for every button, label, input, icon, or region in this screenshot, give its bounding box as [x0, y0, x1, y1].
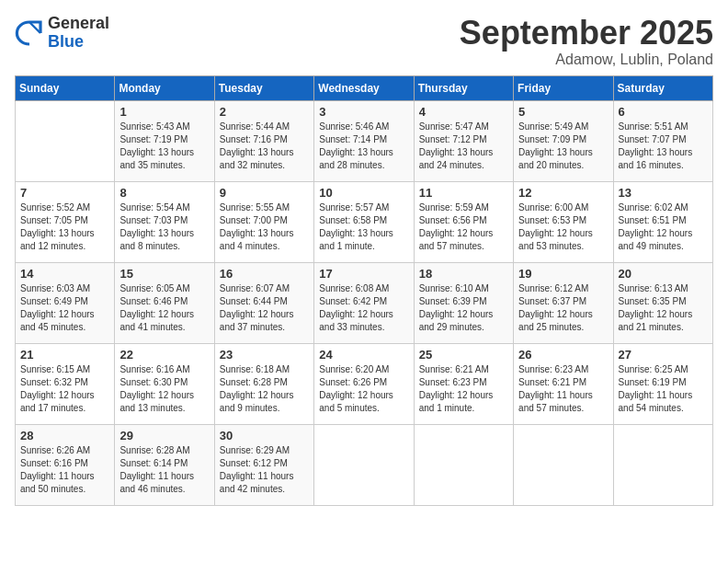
calendar-cell: 25Sunrise: 6:21 AMSunset: 6:23 PMDayligh…	[414, 343, 513, 424]
calendar-cell: 28Sunrise: 6:26 AMSunset: 6:16 PMDayligh…	[16, 424, 115, 505]
header-day-monday: Monday	[115, 75, 214, 100]
calendar-cell	[16, 100, 115, 181]
day-info: Sunrise: 6:07 AMSunset: 6:44 PMDaylight:…	[220, 282, 309, 334]
calendar-cell: 14Sunrise: 6:03 AMSunset: 6:49 PMDayligh…	[16, 262, 115, 343]
calendar-week-5: 28Sunrise: 6:26 AMSunset: 6:16 PMDayligh…	[16, 424, 713, 505]
day-number: 21	[20, 348, 109, 362]
day-number: 23	[220, 348, 309, 362]
day-number: 16	[220, 267, 309, 281]
day-info: Sunrise: 6:21 AMSunset: 6:23 PMDaylight:…	[419, 363, 508, 415]
day-number: 22	[119, 348, 209, 362]
calendar-week-1: 1Sunrise: 5:43 AMSunset: 7:19 PMDaylight…	[16, 100, 713, 181]
logo: General Blue	[15, 15, 109, 52]
day-number: 27	[619, 348, 708, 362]
day-number: 5	[518, 105, 608, 119]
day-number: 25	[419, 348, 508, 362]
calendar-week-2: 7Sunrise: 5:52 AMSunset: 7:05 PMDaylight…	[16, 181, 713, 262]
day-info: Sunrise: 5:43 AMSunset: 7:19 PMDaylight:…	[119, 121, 209, 172]
header-day-friday: Friday	[514, 75, 613, 100]
day-number: 24	[319, 348, 408, 362]
calendar-header-row: SundayMondayTuesdayWednesdayThursdayFrid…	[16, 75, 713, 100]
day-number: 3	[319, 105, 408, 119]
day-info: Sunrise: 5:44 AMSunset: 7:16 PMDaylight:…	[220, 121, 309, 172]
day-number: 2	[220, 105, 309, 119]
day-info: Sunrise: 6:23 AMSunset: 6:21 PMDaylight:…	[518, 363, 608, 415]
day-info: Sunrise: 6:13 AMSunset: 6:35 PMDaylight:…	[619, 282, 708, 334]
calendar-cell: 18Sunrise: 6:10 AMSunset: 6:39 PMDayligh…	[414, 262, 513, 343]
day-info: Sunrise: 6:29 AMSunset: 6:12 PMDaylight:…	[220, 444, 309, 496]
day-info: Sunrise: 6:08 AMSunset: 6:42 PMDaylight:…	[319, 282, 408, 334]
calendar-cell: 27Sunrise: 6:25 AMSunset: 6:19 PMDayligh…	[613, 343, 712, 424]
logo-text: General Blue	[48, 15, 109, 52]
calendar-cell: 30Sunrise: 6:29 AMSunset: 6:12 PMDayligh…	[214, 424, 313, 505]
calendar-cell: 4Sunrise: 5:47 AMSunset: 7:12 PMDaylight…	[414, 100, 513, 181]
calendar-cell	[613, 424, 712, 505]
day-info: Sunrise: 5:55 AMSunset: 7:00 PMDaylight:…	[220, 201, 309, 253]
calendar-cell: 23Sunrise: 6:18 AMSunset: 6:28 PMDayligh…	[214, 343, 313, 424]
day-info: Sunrise: 6:12 AMSunset: 6:37 PMDaylight:…	[518, 282, 608, 334]
calendar-table: SundayMondayTuesdayWednesdayThursdayFrid…	[15, 75, 713, 506]
calendar-week-3: 14Sunrise: 6:03 AMSunset: 6:49 PMDayligh…	[16, 262, 713, 343]
logo-blue: Blue	[48, 33, 109, 52]
calendar-week-4: 21Sunrise: 6:15 AMSunset: 6:32 PMDayligh…	[16, 343, 713, 424]
calendar-cell: 22Sunrise: 6:16 AMSunset: 6:30 PMDayligh…	[115, 343, 214, 424]
day-number: 4	[419, 105, 508, 119]
calendar-cell: 8Sunrise: 5:54 AMSunset: 7:03 PMDaylight…	[115, 181, 214, 262]
day-info: Sunrise: 5:59 AMSunset: 6:56 PMDaylight:…	[419, 201, 508, 253]
day-number: 12	[518, 186, 608, 200]
header-day-saturday: Saturday	[613, 75, 712, 100]
calendar-cell: 13Sunrise: 6:02 AMSunset: 6:51 PMDayligh…	[613, 181, 712, 262]
header-day-thursday: Thursday	[414, 75, 513, 100]
header-day-tuesday: Tuesday	[214, 75, 313, 100]
day-number: 8	[119, 186, 209, 200]
day-info: Sunrise: 6:18 AMSunset: 6:28 PMDaylight:…	[220, 363, 309, 415]
header-day-wednesday: Wednesday	[314, 75, 414, 100]
day-info: Sunrise: 5:46 AMSunset: 7:14 PMDaylight:…	[319, 121, 408, 172]
day-number: 11	[419, 186, 508, 200]
day-info: Sunrise: 5:51 AMSunset: 7:07 PMDaylight:…	[619, 121, 708, 172]
day-info: Sunrise: 6:02 AMSunset: 6:51 PMDaylight:…	[619, 201, 708, 253]
day-info: Sunrise: 6:00 AMSunset: 6:53 PMDaylight:…	[518, 201, 608, 253]
calendar-body: 1Sunrise: 5:43 AMSunset: 7:19 PMDaylight…	[16, 100, 713, 505]
day-number: 15	[119, 267, 209, 281]
calendar-cell	[314, 424, 414, 505]
header-day-sunday: Sunday	[16, 75, 115, 100]
calendar-cell: 17Sunrise: 6:08 AMSunset: 6:42 PMDayligh…	[314, 262, 414, 343]
day-number: 17	[319, 267, 408, 281]
location: Adamow, Lublin, Poland	[460, 52, 713, 68]
day-number: 28	[20, 429, 109, 442]
day-number: 19	[518, 267, 608, 281]
day-info: Sunrise: 6:26 AMSunset: 6:16 PMDaylight:…	[20, 444, 109, 496]
day-info: Sunrise: 5:49 AMSunset: 7:09 PMDaylight:…	[518, 121, 608, 172]
calendar-cell: 16Sunrise: 6:07 AMSunset: 6:44 PMDayligh…	[214, 262, 313, 343]
calendar-cell: 3Sunrise: 5:46 AMSunset: 7:14 PMDaylight…	[314, 100, 414, 181]
calendar-cell: 20Sunrise: 6:13 AMSunset: 6:35 PMDayligh…	[613, 262, 712, 343]
calendar-cell: 26Sunrise: 6:23 AMSunset: 6:21 PMDayligh…	[514, 343, 613, 424]
day-number: 29	[119, 429, 209, 442]
day-info: Sunrise: 6:10 AMSunset: 6:39 PMDaylight:…	[419, 282, 508, 334]
day-number: 1	[119, 105, 209, 119]
day-info: Sunrise: 6:03 AMSunset: 6:49 PMDaylight:…	[20, 282, 109, 334]
calendar-cell: 12Sunrise: 6:00 AMSunset: 6:53 PMDayligh…	[514, 181, 613, 262]
day-info: Sunrise: 6:28 AMSunset: 6:14 PMDaylight:…	[119, 444, 209, 496]
calendar-cell: 9Sunrise: 5:55 AMSunset: 7:00 PMDaylight…	[214, 181, 313, 262]
logo-general: General	[48, 15, 109, 33]
day-info: Sunrise: 6:05 AMSunset: 6:46 PMDaylight:…	[119, 282, 209, 334]
calendar-cell: 11Sunrise: 5:59 AMSunset: 6:56 PMDayligh…	[414, 181, 513, 262]
day-number: 6	[619, 105, 708, 119]
day-number: 30	[220, 429, 309, 442]
calendar-cell: 10Sunrise: 5:57 AMSunset: 6:58 PMDayligh…	[314, 181, 414, 262]
calendar-cell: 15Sunrise: 6:05 AMSunset: 6:46 PMDayligh…	[115, 262, 214, 343]
day-info: Sunrise: 6:15 AMSunset: 6:32 PMDaylight:…	[20, 363, 109, 415]
day-number: 26	[518, 348, 608, 362]
page-header: General Blue September 2025 Adamow, Lubl…	[15, 15, 713, 68]
calendar-cell: 5Sunrise: 5:49 AMSunset: 7:09 PMDaylight…	[514, 100, 613, 181]
calendar-cell	[514, 424, 613, 505]
day-number: 14	[20, 267, 109, 281]
logo-icon	[15, 18, 44, 48]
day-info: Sunrise: 5:54 AMSunset: 7:03 PMDaylight:…	[119, 201, 209, 253]
day-info: Sunrise: 5:47 AMSunset: 7:12 PMDaylight:…	[419, 121, 508, 172]
calendar-cell: 21Sunrise: 6:15 AMSunset: 6:32 PMDayligh…	[16, 343, 115, 424]
calendar-cell: 24Sunrise: 6:20 AMSunset: 6:26 PMDayligh…	[314, 343, 414, 424]
month-title: September 2025	[460, 15, 713, 52]
